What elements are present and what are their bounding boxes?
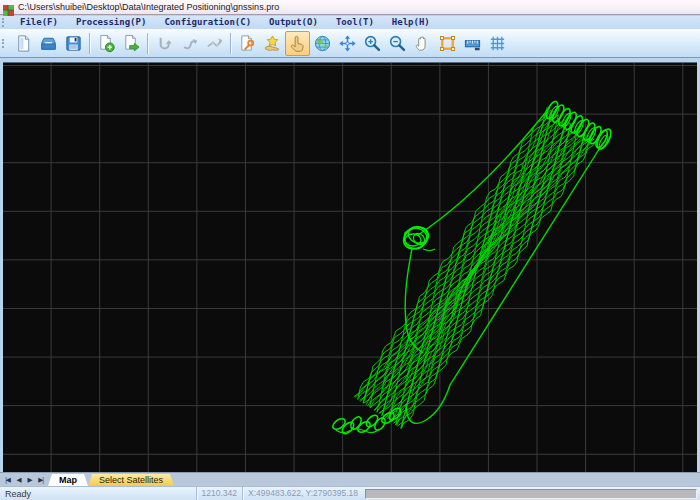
pointer-select-button[interactable] [285,31,310,56]
menu-output[interactable]: Output(O) [260,16,327,29]
status-ready-label: Ready [0,489,196,499]
map-canvas[interactable] [3,62,697,473]
tab-scroll-last-button[interactable]: ▶| [35,474,46,485]
grid-view-button[interactable] [485,31,510,56]
status-value-panel: 1210.342 [196,487,242,500]
export-file-icon [122,34,141,53]
menu-items: File(F)Processing(P)Configuration(C)Outp… [11,16,439,29]
save-file-icon [64,34,83,53]
toolbar-buttons [11,31,510,56]
save-file-button[interactable] [61,31,86,56]
add-file-button[interactable] [94,31,119,56]
pan-arrows-icon [338,34,357,53]
export-file-button[interactable] [119,31,144,56]
menu-gripper[interactable] [2,18,8,27]
tab-scroll-first-button[interactable]: |◀ [2,474,13,485]
measure-area-button[interactable] [435,31,460,56]
ruler-button[interactable] [460,31,485,56]
menu-tool[interactable]: Tool(T) [327,16,383,29]
toolbar-separator [147,33,149,54]
application-window: { "window": { "title": "C:\\Users\\shuib… [0,0,700,500]
trajectory-plot [3,63,697,473]
new-file-button[interactable] [11,31,36,56]
new-file-icon [14,34,33,53]
tab-scroll-prev-button[interactable]: ◀ [13,474,24,485]
status-progress-panel [365,489,697,499]
menu-file[interactable]: File(F) [11,16,67,29]
menu-configuration[interactable]: Configuration(C) [155,16,260,29]
window-title: C:\Users\shuibei\Desktop\Data\Integrated… [18,0,279,15]
open-file-button[interactable] [36,31,61,56]
tabs: MapSelect Satellites [48,473,174,486]
tab-scroll-next-button[interactable]: ▶ [24,474,35,485]
status-bar: Ready 1210.342 X:499483.622, Y:2790395.1… [0,486,700,500]
pointer-select-icon [288,34,307,53]
tab-map[interactable]: Map [48,474,88,486]
toolbar-gripper[interactable] [2,39,8,48]
toolbar [0,29,700,58]
zoom-out-icon [388,34,407,53]
zoom-out-button[interactable] [385,31,410,56]
redo-button[interactable] [177,31,202,56]
pan-arrows-button[interactable] [335,31,360,56]
select-star-button[interactable] [260,31,285,56]
add-file-icon [97,34,116,53]
zoom-in-button[interactable] [360,31,385,56]
snap-link-icon [205,34,224,53]
menu-bar: File(F)Processing(P)Configuration(C)Outp… [0,16,700,29]
status-coordinates-panel: X:499483.622, Y:2790395.18 [242,487,363,500]
globe-view-button[interactable] [310,31,335,56]
menu-processing[interactable]: Processing(P) [67,16,155,29]
undo-icon [155,34,174,53]
title-bar: C:\Users\shuibei\Desktop\Data\Integrated… [0,0,700,15]
hand-pan-button[interactable] [410,31,435,56]
globe-view-icon [313,34,332,53]
tab-nav: |◀◀▶▶| [0,473,48,486]
process-settings-button[interactable] [235,31,260,56]
redo-icon [180,34,199,53]
snap-link-button[interactable] [202,31,227,56]
hand-pan-icon [413,34,432,53]
toolbar-separator [89,33,91,54]
open-file-icon [39,34,58,53]
zoom-in-icon [363,34,382,53]
menu-help[interactable]: Help(H) [383,16,439,29]
tab-strip: |◀◀▶▶| MapSelect Satellites [0,472,700,486]
app-icon [3,2,14,13]
select-star-icon [263,34,282,53]
toolbar-separator [230,33,232,54]
grid-view-icon [488,34,507,53]
undo-button[interactable] [152,31,177,56]
process-settings-icon [238,34,257,53]
ruler-icon [463,34,482,53]
measure-area-icon [438,34,457,53]
tab-select-satellites[interactable]: Select Satellites [88,474,174,486]
